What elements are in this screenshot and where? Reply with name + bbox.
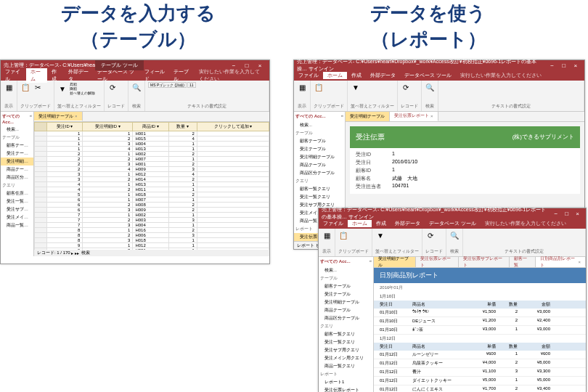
cell[interactable]: H002 xyxy=(133,152,168,157)
paste-icon[interactable]: 📋 xyxy=(338,230,348,240)
menu-home[interactable]: ホーム xyxy=(348,220,372,227)
cell[interactable]: 8 xyxy=(47,238,83,243)
cell[interactable]: 1 xyxy=(47,136,83,142)
cell[interactable]: H012 xyxy=(133,243,168,248)
font-size[interactable]: 11 xyxy=(187,82,196,88)
nav-item[interactable]: 受注メイン用クエリ xyxy=(319,354,373,362)
nav-item[interactable]: 受注一覧クエリ xyxy=(294,193,345,201)
cell[interactable]: 1 xyxy=(168,187,197,192)
nav-item[interactable]: 受注一覧クエリ xyxy=(1,197,33,205)
menu-dbtools[interactable]: データベース ツール xyxy=(400,72,456,79)
cell[interactable]: H013 xyxy=(133,147,168,152)
cell[interactable]: H013 xyxy=(133,182,168,187)
menu-external[interactable]: 外部データ xyxy=(366,72,400,79)
cell[interactable]: 2 xyxy=(47,157,83,162)
refresh-icon[interactable]: ⟳ xyxy=(107,82,118,92)
nav-item[interactable]: 受注明細テーブル xyxy=(294,153,345,161)
cell[interactable]: 1 xyxy=(83,152,133,157)
nav-item[interactable]: 商品テーブル xyxy=(1,166,33,173)
cell[interactable]: 2 xyxy=(168,203,197,208)
cell[interactable]: 1 xyxy=(83,131,133,136)
close-icon[interactable]: × xyxy=(75,114,78,118)
cell[interactable]: 1 xyxy=(168,147,197,152)
cell[interactable]: H012 xyxy=(133,172,168,177)
nav-item[interactable]: 商品テーブル xyxy=(294,161,345,169)
cell[interactable]: 1 xyxy=(168,238,197,243)
cell[interactable]: H016 xyxy=(133,228,168,233)
nav-item[interactable]: 受注明細テーブル xyxy=(1,158,33,166)
cell[interactable]: 1 xyxy=(83,197,133,203)
nav-item[interactable]: 顧客テーブル xyxy=(294,137,345,145)
cell[interactable]: H011 xyxy=(133,187,168,192)
cell[interactable]: 1 xyxy=(83,172,133,177)
cell[interactable]: 2 xyxy=(47,167,83,172)
cell[interactable]: 2 xyxy=(168,177,197,182)
cell[interactable]: 1 xyxy=(83,182,133,187)
minimize-button[interactable]: − xyxy=(550,211,561,217)
cell[interactable]: 6 xyxy=(47,208,83,213)
nav-item[interactable]: 受注伝票レポート xyxy=(319,386,373,392)
menu-file[interactable]: ファイル xyxy=(319,220,348,227)
cell[interactable]: 1 xyxy=(168,243,197,248)
row-selector[interactable] xyxy=(35,152,47,157)
row-selector[interactable] xyxy=(35,203,47,208)
menu-external[interactable]: 外部データ xyxy=(391,220,425,227)
row-selector[interactable] xyxy=(35,243,47,248)
cell[interactable]: 8 xyxy=(47,228,83,233)
nav-item[interactable]: レポート1 xyxy=(319,378,373,386)
nav-item[interactable]: 商品区分テーブル xyxy=(1,173,33,181)
cell[interactable]: 7 xyxy=(47,223,83,228)
cell[interactable]: H014 xyxy=(133,177,168,182)
nav-item[interactable]: 受注サブ用クエリ xyxy=(1,205,33,213)
cell[interactable]: 1 xyxy=(168,157,197,162)
nav-item[interactable]: 商品一覧クエリ xyxy=(1,221,33,229)
doc-tab[interactable]: 日別商品別レポート× xyxy=(536,257,586,267)
close-icon[interactable]: × xyxy=(578,260,581,264)
nav-item[interactable]: 顧客一覧クエリ xyxy=(319,330,373,338)
cell[interactable]: H007 xyxy=(133,197,168,203)
row-selector[interactable] xyxy=(35,218,47,223)
cell[interactable]: 4 xyxy=(168,172,197,177)
close-icon[interactable]: × xyxy=(430,114,433,118)
doc-tab[interactable]: 受注伝票レポート xyxy=(416,257,458,267)
cell[interactable]: 4 xyxy=(83,147,133,152)
cell[interactable]: 2 xyxy=(83,203,133,208)
cell[interactable]: H008 xyxy=(133,203,168,208)
cell[interactable]: 3 xyxy=(83,162,133,167)
cell[interactable]: H007 xyxy=(133,157,168,162)
nav-item[interactable]: 受注サブ用クエリ xyxy=(319,346,373,354)
cell[interactable]: H006 xyxy=(133,233,168,238)
cell[interactable]: 2 xyxy=(168,192,197,197)
cell[interactable]: 3 xyxy=(83,238,133,243)
row-selector[interactable] xyxy=(35,162,47,167)
chevron-icon[interactable]: « xyxy=(30,113,32,124)
row-selector[interactable] xyxy=(35,142,47,147)
record-navigator[interactable]: レコード: 1 / 170 ▸ ▸▸ 検索 xyxy=(34,250,269,256)
doc-tab[interactable]: 顧客一覧 xyxy=(510,257,536,267)
datasheet[interactable]: 受注ID ▾受注明細ID ▾商品ID ▾数量 ▾クリックして追加 ▾11H001… xyxy=(34,122,269,249)
cell[interactable]: 2 xyxy=(47,152,83,157)
cell[interactable]: 1 xyxy=(47,147,83,152)
cell[interactable]: 1 xyxy=(83,243,133,248)
menu-dbtools[interactable]: データベース ツール xyxy=(425,220,481,227)
row-selector[interactable] xyxy=(35,192,47,197)
row-selector[interactable] xyxy=(35,228,47,233)
search-icon[interactable]: 🔍 xyxy=(131,82,142,92)
cell[interactable]: 4 xyxy=(47,187,83,192)
cell[interactable]: 2 xyxy=(83,157,133,162)
cell[interactable]: H018 xyxy=(133,238,168,243)
row-selector[interactable] xyxy=(35,177,47,182)
funnel-icon[interactable]: ▼ xyxy=(375,230,385,240)
chevron-icon[interactable]: « xyxy=(369,258,372,265)
cell[interactable]: 1 xyxy=(168,213,197,218)
cell[interactable]: 3 xyxy=(168,233,197,238)
close-button[interactable]: × xyxy=(570,62,581,69)
col-header[interactable]: 受注ID ▾ xyxy=(47,123,83,131)
row-selector[interactable] xyxy=(35,208,47,213)
cell[interactable]: 1 xyxy=(47,142,83,147)
cell[interactable]: 3 xyxy=(83,223,133,228)
cell[interactable]: 8 xyxy=(47,233,83,238)
cell[interactable]: 4 xyxy=(168,136,197,142)
paste-icon[interactable]: 📋 xyxy=(314,82,324,92)
nav-item[interactable]: 商品一覧クエリ xyxy=(319,362,373,370)
